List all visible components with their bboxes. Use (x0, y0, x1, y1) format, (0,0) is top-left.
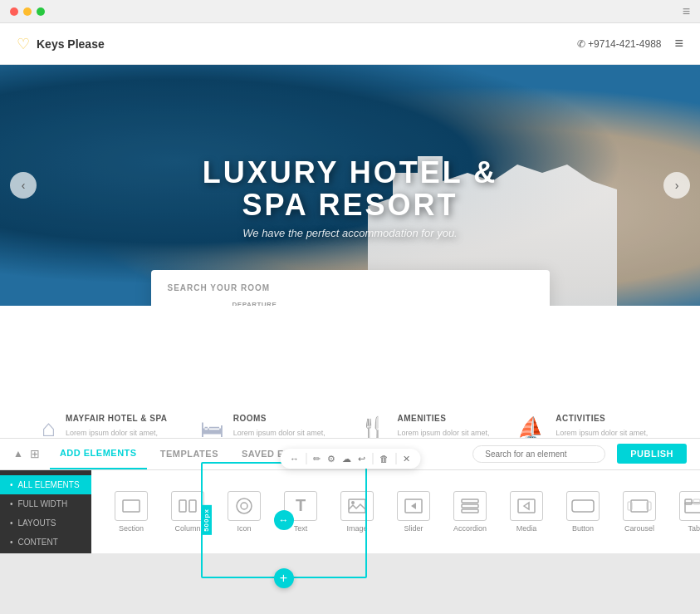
toolbar-close-icon[interactable]: ✕ (403, 454, 410, 464)
nav-all-elements[interactable]: • ALL ELEMENTS (0, 475, 91, 494)
element-tabs[interactable]: Tabs (669, 486, 700, 538)
svg-rect-8 (462, 499, 478, 503)
toolbar-edit-icon[interactable]: ✏ (313, 454, 321, 464)
amenities-title: AMENITIES (398, 414, 501, 423)
add-element-below-button[interactable]: + (274, 568, 294, 588)
svg-rect-12 (572, 500, 594, 512)
toolbar-save-icon[interactable]: ☁ (342, 454, 351, 464)
search-form: SEARCH YOUR ROOM ARRIVAL DATE 📅 DEPARTUR… (151, 270, 550, 306)
element-column[interactable]: Column (161, 486, 214, 538)
media-label: Media (516, 524, 537, 533)
media-element-icon (510, 491, 543, 521)
hero-prev-button[interactable]: ‹ (10, 172, 37, 199)
text-element-icon: T (284, 491, 317, 521)
image-label: Image (346, 524, 367, 533)
search-fields: ARRIVAL DATE 📅 DEPARTURE DATE 📅 ADULTS (168, 301, 533, 306)
logo-text: Keys Please (37, 37, 105, 51)
element-button[interactable]: Button (556, 486, 609, 538)
departure-date-field: DEPARTURE DATE 📅 (233, 301, 289, 306)
carousel-label: Carousel (624, 524, 654, 533)
toolbar-delete-icon[interactable]: 🗑 (379, 454, 389, 464)
full-width-dot: • (10, 499, 13, 508)
toolbar-sep-1 (306, 453, 306, 464)
hero-title: LUXURY HOTEL & SPA RESORT (203, 156, 497, 222)
nav-layouts[interactable]: • LAYOUTS (0, 513, 91, 533)
svg-point-3 (237, 499, 252, 513)
tab-templates[interactable]: TEMPLATES (150, 439, 228, 469)
content-dot: • (10, 538, 13, 547)
search-form-title: SEARCH YOUR ROOM (168, 283, 533, 292)
element-carousel[interactable]: Carousel (613, 486, 666, 538)
tab-add-elements[interactable]: ADD ELEMENTS (50, 439, 147, 469)
icon-element-icon (228, 491, 261, 521)
tabs-element-icon (679, 491, 700, 521)
hero-text: LUXURY HOTEL & SPA RESORT We have the pe… (203, 156, 497, 239)
toolbar-sep-2 (372, 453, 373, 464)
rooms-title: ROOMS (233, 414, 342, 423)
element-image[interactable]: Image (330, 486, 384, 538)
svg-point-4 (241, 503, 247, 509)
website: ♡ Keys Please ✆ +9714-421-4988 ≡ LUXURY … (0, 23, 700, 553)
svg-rect-9 (462, 504, 478, 508)
slider-element-icon (397, 491, 430, 521)
button-label: Button (572, 524, 594, 533)
elements-grid: Section Column Icon T Text (91, 470, 700, 553)
navbar: ♡ Keys Please ✆ +9714-421-4988 ≡ (0, 23, 700, 65)
element-section[interactable]: Section (105, 486, 158, 538)
layouts-dot: • (10, 518, 13, 528)
carousel-element-icon (623, 491, 656, 521)
nav-full-width[interactable]: • FULL WIDTH (0, 494, 91, 513)
element-slider[interactable]: Slider (387, 486, 440, 538)
navbar-phone: ✆ +9714-421-4988 (577, 38, 662, 50)
dot-red (10, 7, 18, 16)
section-label: Section (119, 524, 144, 533)
hero-subtitle: We have the perfect accommodation for yo… (203, 227, 497, 239)
hero-section: LUXURY HOTEL & SPA RESORT We have the pe… (0, 65, 700, 306)
svg-rect-2 (189, 500, 196, 512)
toolbar-resize-icon[interactable]: ↔ (290, 454, 299, 464)
element-media[interactable]: Media (500, 486, 553, 538)
panel-arrow-up[interactable]: ▲ (13, 448, 23, 459)
navbar-logo: ♡ Keys Please (17, 35, 105, 53)
svg-rect-11 (518, 499, 535, 513)
browser-chrome: ≡ (0, 0, 700, 23)
dot-yellow (23, 7, 32, 16)
elements-nav: • ALL ELEMENTS • FULL WIDTH • LAYOUTS • … (0, 470, 91, 553)
element-accordion[interactable]: Accordion (443, 486, 497, 538)
all-elements-dot: • (10, 480, 13, 489)
button-element-icon (566, 491, 600, 521)
accordion-label: Accordion (453, 524, 487, 533)
svg-rect-18 (693, 499, 700, 504)
svg-point-6 (351, 501, 355, 504)
accordion-element-icon (453, 491, 487, 521)
navbar-right: ✆ +9714-421-4988 ≡ (577, 35, 683, 52)
column-label: Column (174, 524, 200, 533)
toolbar-settings-icon[interactable]: ⚙ (327, 454, 335, 464)
toolbar-undo-icon[interactable]: ↩ (358, 454, 365, 464)
svg-rect-0 (123, 500, 140, 512)
navbar-hamburger[interactable]: ≡ (674, 35, 683, 52)
browser-menu-icon[interactable]: ≡ (683, 4, 690, 19)
panel-grid-icon[interactable]: ⊞ (30, 447, 40, 460)
svg-rect-17 (685, 499, 692, 504)
tabs-label: Tabs (688, 524, 700, 533)
elements-sidebar: • ALL ELEMENTS • FULL WIDTH • LAYOUTS • … (0, 470, 700, 553)
hero-next-button[interactable]: › (663, 172, 690, 199)
hotel-title: MAYFAIR HOTEL & SPA (66, 414, 184, 423)
element-search-input[interactable] (472, 445, 605, 463)
logo-icon: ♡ (17, 35, 30, 53)
slider-label: Slider (404, 524, 423, 533)
browser-dots (10, 7, 45, 16)
toolbar-sep-3 (395, 453, 396, 464)
column-icon (171, 491, 204, 521)
element-text[interactable]: T Text (274, 486, 327, 538)
nav-content[interactable]: • CONTENT (0, 533, 91, 552)
dot-green (37, 7, 45, 16)
departure-date-label: DEPARTURE DATE (233, 301, 289, 306)
publish-button[interactable]: PUBLISH (617, 444, 687, 464)
section-icon (115, 491, 148, 521)
svg-rect-13 (631, 500, 648, 512)
element-icon[interactable]: Icon (218, 486, 271, 538)
svg-rect-10 (462, 509, 478, 513)
image-element-icon (340, 491, 374, 521)
